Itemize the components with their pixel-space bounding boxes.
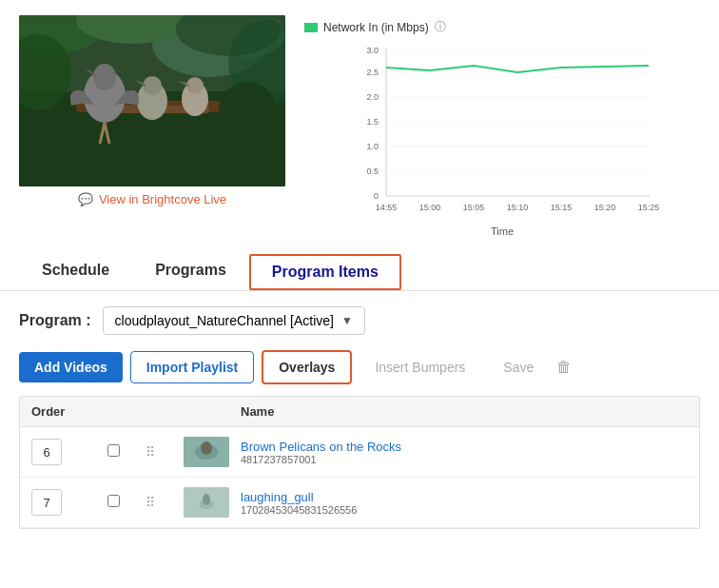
svg-point-18 [186, 77, 204, 94]
import-playlist-button[interactable]: Import Playlist [130, 351, 254, 383]
svg-point-22 [219, 82, 276, 139]
insert-bumpers-button[interactable]: Insert Bumpers [360, 352, 480, 382]
overlays-button[interactable]: Overlays [262, 350, 352, 384]
svg-point-51 [203, 494, 210, 505]
row-info: laughing_gull 17028453045831526556 [241, 490, 688, 516]
drag-handle[interactable]: ⠿ [146, 495, 184, 510]
tab-program-items[interactable]: Program Items [249, 254, 401, 290]
view-in-brightcove-link[interactable]: 💬 View in Brightcove Live [19, 186, 285, 212]
order-number: 7 [31, 489, 62, 516]
svg-point-48 [201, 441, 212, 455]
program-row: Program : cloudplayout_NatureChannel [Ac… [0, 291, 719, 346]
table-row: 6 ⠿ Brown Pelicans on the Rocks 48172378… [20, 427, 699, 478]
dropdown-arrow-icon: ▼ [341, 314, 353, 327]
svg-text:15:15: 15:15 [551, 203, 573, 212]
network-chart-panel: Network In (in Mbps) ⓘ 0 0.5 1.0 1.5 2.0 [304, 15, 700, 233]
program-label: Program : [19, 312, 91, 329]
save-button[interactable]: Save [488, 352, 549, 382]
svg-text:0: 0 [374, 191, 379, 201]
actions-row: Add Videos Import Playlist Overlays Inse… [0, 346, 719, 396]
table-row: 7 ⠿ laughing_gull 17028453045831526556 [20, 478, 699, 528]
svg-text:2.0: 2.0 [366, 92, 379, 102]
row-thumbnail [184, 437, 229, 467]
row-thumbnail [184, 487, 229, 518]
svg-text:1.5: 1.5 [366, 117, 379, 127]
video-thumbnail [19, 15, 285, 186]
order-number: 6 [31, 439, 62, 465]
svg-text:15:00: 15:00 [419, 203, 441, 212]
add-videos-button[interactable]: Add Videos [19, 352, 123, 382]
svg-text:0.5: 0.5 [366, 167, 379, 176]
row-info: Brown Pelicans on the Rocks 481723785700… [241, 440, 688, 465]
program-items-table: Order Name 6 ⠿ Brown Pelicans on the Roc… [19, 396, 700, 529]
svg-text:1.0: 1.0 [366, 142, 379, 151]
chat-icon: 💬 [78, 192, 93, 206]
chart-container: 0 0.5 1.0 1.5 2.0 2.5 3.0 1 [304, 39, 700, 229]
chart-x-axis-label: Time [304, 225, 700, 237]
tabs-bar: Schedule Programs Program Items [0, 241, 719, 291]
svg-point-10 [93, 64, 116, 90]
svg-text:15:10: 15:10 [507, 203, 529, 212]
delete-icon[interactable]: 🗑 [556, 359, 572, 376]
video-preview-panel: 💬 View in Brightcove Live [19, 15, 285, 233]
program-dropdown[interactable]: cloudplayout_NatureChannel [Active] ▼ [103, 306, 365, 335]
svg-text:2.5: 2.5 [366, 68, 379, 77]
svg-text:15:05: 15:05 [463, 203, 485, 212]
svg-point-15 [143, 76, 162, 95]
tab-schedule[interactable]: Schedule [19, 252, 132, 291]
chart-title: Network In (in Mbps) ⓘ [304, 19, 700, 35]
row-checkbox[interactable] [107, 495, 120, 507]
tab-programs[interactable]: Programs [132, 252, 249, 291]
table-header: Order Name [20, 397, 699, 427]
drag-handle[interactable]: ⠿ [146, 444, 184, 460]
svg-text:15:25: 15:25 [638, 203, 660, 212]
svg-text:14:55: 14:55 [376, 203, 398, 212]
svg-text:3.0: 3.0 [366, 46, 379, 55]
chart-info-icon: ⓘ [435, 19, 446, 35]
chart-legend-color [304, 23, 318, 32]
row-checkbox[interactable] [107, 444, 120, 457]
svg-text:15:20: 15:20 [594, 203, 616, 212]
